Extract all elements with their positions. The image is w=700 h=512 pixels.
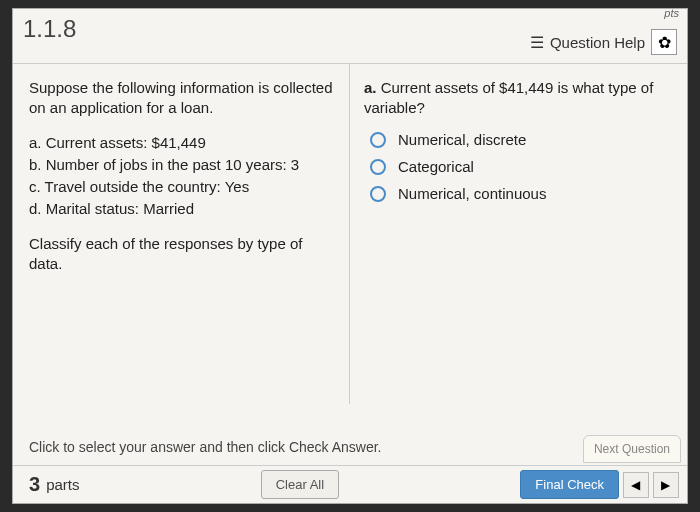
question-help-button[interactable]: ☰ Question Help [530, 33, 645, 52]
question-number: 1.1.8 [23, 15, 76, 43]
instruction-text: Click to select your answer and then cli… [13, 433, 687, 465]
header: 1.1.8 ☰ Question Help ✿ [13, 9, 687, 64]
parts-label: parts [46, 476, 79, 493]
option-3[interactable]: Numerical, continuous [370, 185, 675, 202]
option-2[interactable]: Categorical [370, 158, 675, 175]
item-d: d. Marital status: Married [29, 199, 339, 219]
header-right: ☰ Question Help ✿ [530, 29, 677, 55]
bottom-bar: 3 parts Clear All Final Check ◀ ▶ [13, 465, 687, 503]
prompt-text: Current assets of $41,449 is what type o… [364, 79, 653, 116]
prev-button[interactable]: ◀ [623, 472, 649, 498]
sub-prompt: a. Current assets of $41,449 is what typ… [364, 78, 675, 117]
option-1-label: Numerical, discrete [398, 131, 526, 148]
radio-icon [370, 159, 386, 175]
prompt-label: a. [364, 79, 377, 96]
question-window: pts 1.1.8 ☰ Question Help ✿ Suppose the … [12, 8, 688, 504]
parts-count: 3 [29, 473, 40, 496]
next-button[interactable]: ▶ [653, 472, 679, 498]
item-a: a. Current assets: $41,449 [29, 133, 339, 153]
option-3-label: Numerical, continuous [398, 185, 546, 202]
radio-icon [370, 132, 386, 148]
settings-button[interactable]: ✿ [651, 29, 677, 55]
option-1[interactable]: Numerical, discrete [370, 131, 675, 148]
option-2-label: Categorical [398, 158, 474, 175]
final-check-button[interactable]: Final Check [520, 470, 619, 499]
parts-indicator: 3 parts [29, 473, 79, 496]
item-b: b. Number of jobs in the past 10 years: … [29, 155, 339, 175]
task-text: Classify each of the responses by type o… [29, 234, 339, 275]
nav-group: Final Check ◀ ▶ [520, 470, 679, 499]
list-icon: ☰ [530, 33, 544, 52]
gear-icon: ✿ [658, 33, 671, 52]
radio-icon [370, 186, 386, 202]
content: Suppose the following information is col… [13, 64, 687, 404]
points-text: pts [664, 7, 679, 19]
item-c: c. Travel outside the country: Yes [29, 177, 339, 197]
answer-area: a. Current assets of $41,449 is what typ… [350, 64, 687, 404]
clear-all-button[interactable]: Clear All [261, 470, 339, 499]
intro-text: Suppose the following information is col… [29, 78, 339, 119]
items-list: a. Current assets: $41,449 b. Number of … [29, 133, 339, 220]
question-stem: Suppose the following information is col… [13, 64, 350, 404]
question-help-label: Question Help [550, 34, 645, 51]
footer: Click to select your answer and then cli… [13, 433, 687, 503]
